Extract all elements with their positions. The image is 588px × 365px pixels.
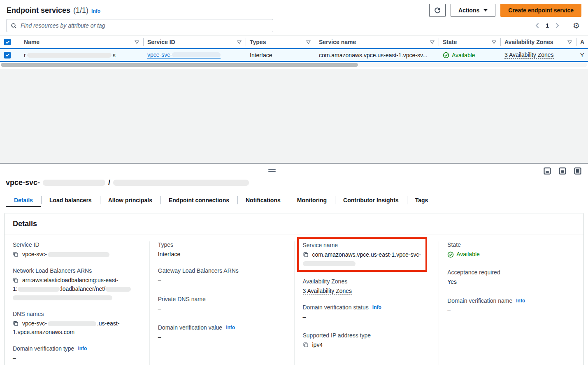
panel-half-button[interactable] xyxy=(558,166,567,175)
copy-icon[interactable] xyxy=(13,321,19,326)
column-header-state[interactable]: State xyxy=(439,36,500,48)
cell-name: r s xyxy=(20,49,143,61)
details-column-2: Types Interface Gateway Load Balancers A… xyxy=(149,241,294,365)
row-checkbox[interactable] xyxy=(4,52,11,58)
column-label: Service name xyxy=(319,39,356,45)
search-input[interactable] xyxy=(20,22,269,29)
field-label: Types xyxy=(158,241,173,248)
panel-title: vpce-svc- / xyxy=(6,178,582,187)
service-id-link[interactable]: vpce-svc- xyxy=(147,51,221,59)
field-domain-verification-name: Domain verification name Info – xyxy=(447,297,575,315)
tab-allow-principals[interactable]: Allow principals xyxy=(100,193,160,207)
info-link[interactable]: Info xyxy=(78,346,87,351)
details-column-4: State Available Acceptance xyxy=(439,241,583,365)
state-value: Available xyxy=(456,250,480,259)
tab-notifications[interactable]: Notifications xyxy=(237,193,289,207)
arn-line2-mid: :loadbalancer/net/ xyxy=(60,285,105,292)
service-id-prefix: vpce-svc- xyxy=(22,251,47,257)
field-service-id: Service ID vpce-svc- xyxy=(13,241,141,259)
annotation-highlight-box: Service name com.amazonaws.vpce.us-east-… xyxy=(297,237,428,272)
top-section: Endpoint services (1/1) Info Actions Cre… xyxy=(0,0,588,69)
panel-tabs: Details Load balancers Allow principals … xyxy=(0,193,588,207)
tab-details[interactable]: Details xyxy=(6,193,41,207)
panel-collapse-button[interactable] xyxy=(543,166,552,175)
tab-monitoring[interactable]: Monitoring xyxy=(289,193,335,207)
column-header-name[interactable]: Name xyxy=(20,36,143,48)
panel-drag-handle-icon[interactable] xyxy=(268,169,276,173)
column-label: Service ID xyxy=(147,39,175,45)
table-row[interactable]: r s vpce-svc- Interface com.amazonaws.vp… xyxy=(0,48,588,62)
horizontal-scrollbar[interactable] xyxy=(1,63,587,67)
filter-icon[interactable] xyxy=(237,40,242,44)
redacted-name xyxy=(27,53,112,58)
filter-icon[interactable] xyxy=(430,40,435,44)
scrollbar-thumb[interactable] xyxy=(1,63,358,67)
tab-load-balancers[interactable]: Load balancers xyxy=(41,193,100,207)
name-visible-prefix: r xyxy=(24,52,26,58)
info-link[interactable]: Info xyxy=(516,298,525,304)
refresh-icon xyxy=(434,7,441,14)
search-box[interactable] xyxy=(7,19,273,32)
refresh-button[interactable] xyxy=(429,4,446,17)
table-settings-button[interactable]: ⚙ xyxy=(571,20,581,31)
tab-tags[interactable]: Tags xyxy=(407,193,437,207)
copy-icon[interactable] xyxy=(13,251,19,257)
redacted-text xyxy=(18,287,60,292)
field-dns-names: DNS names vpce-svc-.us-east- 1.vpce.amaz… xyxy=(13,311,141,337)
field-nlb-arns: Network Load Balancers ARNs arn:aws:elas… xyxy=(13,267,141,302)
field-value: – xyxy=(158,333,286,342)
filter-icon[interactable] xyxy=(492,40,496,44)
page-number[interactable]: 1 xyxy=(546,22,549,29)
panel-title-prefix: vpce-svc- xyxy=(6,178,40,187)
pagination: 1 ⚙ xyxy=(534,20,581,31)
field-value: Yes xyxy=(447,278,575,286)
field-domain-verification-status: Domain verification status Info – xyxy=(303,304,431,321)
row-select-cell xyxy=(0,49,20,61)
tab-endpoint-connections[interactable]: Endpoint connections xyxy=(160,193,237,207)
availability-zones-link[interactable]: 3 Availability Zones xyxy=(303,288,352,295)
field-value: – xyxy=(13,354,141,363)
field-label: State xyxy=(447,241,461,248)
field-types: Types Interface xyxy=(158,241,286,259)
filter-icon[interactable] xyxy=(135,40,139,44)
tab-contributor-insights[interactable]: Contributor Insights xyxy=(335,193,407,207)
column-header-types[interactable]: Types xyxy=(246,36,315,48)
column-label: A xyxy=(580,39,584,45)
column-label: Name xyxy=(24,39,40,45)
table-header: Name Service ID Types Service name State xyxy=(0,35,588,48)
redacted-text xyxy=(303,261,356,266)
split-panel: vpce-svc- / Details Load balancers Allow… xyxy=(0,163,588,365)
field-supported-ip-address-type: Supported IP address type ipv4 xyxy=(303,332,431,349)
info-link[interactable]: Info xyxy=(226,325,235,330)
field-domain-verification-type: Domain verification type Info – xyxy=(13,345,141,363)
column-header-availability-zones[interactable]: Availability Zones xyxy=(500,36,576,48)
cell-service-name: com.amazonaws.vpce.us-east-1.vpce-sv... xyxy=(315,49,439,61)
column-header-service-name[interactable]: Service name xyxy=(315,36,439,48)
column-header-service-id[interactable]: Service ID xyxy=(143,36,246,48)
clipped-value: Y xyxy=(580,52,584,58)
copy-icon[interactable] xyxy=(303,252,309,257)
field-label: Domain verification status xyxy=(303,304,369,311)
field-value: – xyxy=(447,306,575,315)
field-label: Supported IP address type xyxy=(303,332,371,339)
filter-icon[interactable] xyxy=(567,40,572,44)
check-circle-icon xyxy=(447,251,454,258)
copy-icon[interactable] xyxy=(13,277,19,283)
create-endpoint-service-button[interactable]: Create endpoint service xyxy=(500,4,581,17)
select-all-checkbox[interactable] xyxy=(4,39,11,45)
actions-button[interactable]: Actions xyxy=(451,4,495,17)
copy-icon[interactable] xyxy=(303,342,309,348)
filter-icon[interactable] xyxy=(306,40,311,44)
prev-page-button[interactable] xyxy=(534,21,541,30)
availability-zones-link[interactable]: 3 Availability Zones xyxy=(504,51,554,59)
next-page-button[interactable] xyxy=(554,21,561,30)
field-service-name: Service name com.amazonaws.vpce.us-east-… xyxy=(303,242,422,268)
panel-size-controls xyxy=(543,166,582,175)
info-link[interactable]: Info xyxy=(372,304,381,310)
dns-prefix: vpce-svc- xyxy=(22,320,47,327)
panel-full-button[interactable] xyxy=(573,166,582,175)
page-title: Endpoint services xyxy=(7,6,70,15)
column-header-clipped[interactable]: A xyxy=(576,36,588,48)
panel-collapse-icon xyxy=(544,167,551,175)
info-link[interactable]: Info xyxy=(91,8,100,14)
